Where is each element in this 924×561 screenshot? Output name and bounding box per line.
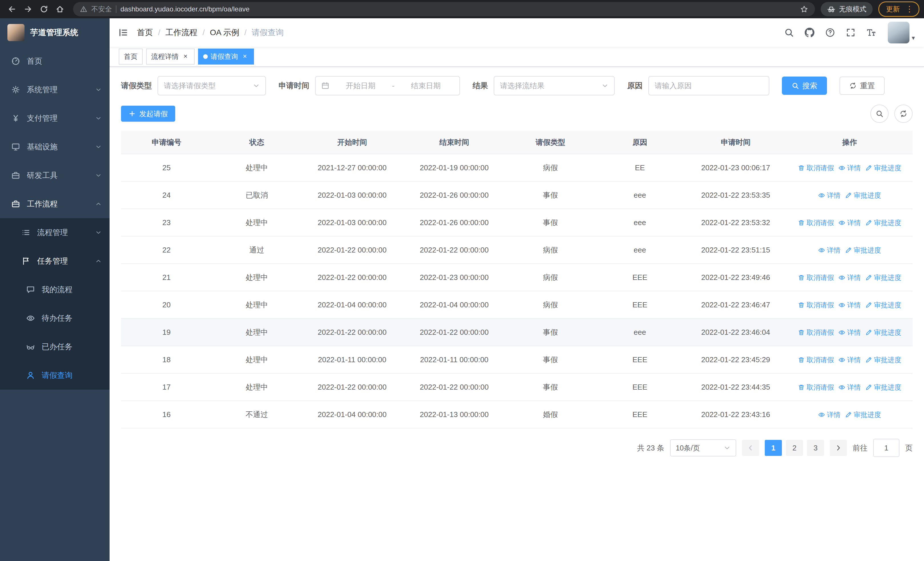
pagination: 共 23 条 10条/页 123 前往 页 (121, 439, 913, 457)
cell-type: 事假 (506, 373, 595, 401)
search-button[interactable]: 搜索 (782, 77, 827, 95)
detail-action-link[interactable]: 详情 (818, 410, 840, 419)
fullscreen-icon[interactable] (841, 21, 860, 44)
toggle-search-icon[interactable] (870, 105, 889, 123)
cell-end: 2022-01-23 00:00:00 (403, 264, 506, 291)
chevron-down-icon (95, 87, 102, 93)
cell-start: 2022-01-03 00:00:00 (302, 209, 403, 236)
result-select[interactable]: 请选择流结果 (494, 76, 615, 95)
briefcase-icon (11, 171, 20, 180)
sidebar-toggle-icon[interactable] (110, 18, 137, 47)
sidebar-item-my-process[interactable]: 我的流程 (0, 275, 110, 304)
cell-end: 2022-01-22 00:00:00 (403, 373, 506, 401)
sidebar-item-system[interactable]: 系统管理 (0, 75, 110, 104)
detail-action-link[interactable]: 详情 (818, 191, 840, 200)
progress-action-link[interactable]: 审批进度 (865, 328, 901, 337)
refresh-icon[interactable] (894, 105, 913, 123)
cell-type: 事假 (506, 181, 595, 209)
sidebar-item-task-mgmt[interactable]: 任务管理 (0, 247, 110, 275)
url-text: dashboard.yudao.iocoder.cn/bpm/oa/leave (120, 5, 796, 13)
page-button-1[interactable]: 1 (765, 440, 782, 456)
goto-page-input[interactable] (873, 439, 900, 457)
leave-type-select[interactable]: 请选择请假类型 (158, 76, 266, 95)
address-bar[interactable]: 不安全 dashboard.yudao.iocoder.cn/bpm/oa/le… (73, 2, 815, 16)
prev-page-button[interactable] (742, 440, 759, 456)
sidebar-item-process-mgmt[interactable]: 流程管理 (0, 218, 110, 247)
cancel-action-link[interactable]: 取消请假 (798, 301, 834, 310)
help-icon[interactable] (820, 21, 840, 44)
cancel-action-link[interactable]: 取消请假 (798, 328, 834, 337)
cancel-action-link[interactable]: 取消请假 (798, 273, 834, 282)
detail-action-link[interactable]: 详情 (838, 163, 861, 173)
cancel-action-link[interactable]: 取消请假 (798, 163, 834, 173)
update-button[interactable]: 更新 ⋮ (878, 2, 920, 17)
back-icon[interactable] (4, 2, 20, 17)
close-icon[interactable]: × (241, 53, 249, 60)
cancel-action-link[interactable]: 取消请假 (798, 355, 834, 364)
sidebar-menu: 首页系统管理支付管理基础设施研发工具工作流程流程管理任务管理我的流程待办任务已办… (0, 47, 110, 390)
sidebar-item-dev-tools[interactable]: 研发工具 (0, 161, 110, 190)
github-icon[interactable] (800, 21, 819, 44)
breadcrumb-item[interactable]: OA 示例 (210, 27, 239, 38)
page-button-2[interactable]: 2 (786, 440, 803, 456)
tag-label: 流程详情 (151, 52, 178, 61)
progress-action-link[interactable]: 审批进度 (845, 246, 881, 255)
detail-action-link[interactable]: 详情 (838, 218, 861, 227)
progress-action-link[interactable]: 审批进度 (865, 301, 901, 310)
home-icon[interactable] (52, 2, 68, 17)
edit-icon (845, 411, 852, 418)
create-leave-button[interactable]: 发起请假 (121, 106, 175, 122)
sidebar-item-infrastructure[interactable]: 基础设施 (0, 132, 110, 161)
app-logo[interactable]: 芋道管理系统 (0, 18, 110, 47)
cell-actions: 取消请假详情审批进度 (787, 291, 913, 319)
font-size-icon[interactable] (861, 21, 881, 44)
bookmark-star-icon[interactable] (800, 5, 808, 13)
close-icon[interactable]: × (182, 53, 189, 60)
cell-id: 19 (121, 319, 212, 346)
progress-action-link[interactable]: 审批进度 (865, 273, 901, 282)
action-label: 审批进度 (874, 218, 901, 227)
detail-action-link[interactable]: 详情 (838, 355, 861, 364)
cancel-action-link[interactable]: 取消请假 (798, 218, 834, 227)
search-icon[interactable] (779, 21, 799, 44)
page-button-3[interactable]: 3 (807, 440, 824, 456)
browser-menu-icon[interactable]: ⋮ (904, 5, 915, 13)
edit-icon (865, 384, 872, 391)
progress-action-link[interactable]: 审批进度 (865, 383, 901, 392)
breadcrumb-item[interactable]: 首页 (137, 27, 153, 38)
sidebar-item-todo-tasks[interactable]: 待办任务 (0, 304, 110, 332)
detail-action-link[interactable]: 详情 (838, 301, 861, 310)
view-tag-0[interactable]: 首页 (119, 48, 142, 65)
reload-icon[interactable] (36, 2, 51, 17)
sidebar-item-done-tasks[interactable]: 已办任务 (0, 332, 110, 361)
progress-action-link[interactable]: 审批进度 (845, 191, 881, 200)
detail-action-link[interactable]: 详情 (838, 328, 861, 337)
sidebar-item-payment[interactable]: 支付管理 (0, 104, 110, 132)
apply-time-range-picker[interactable]: 开始日期 - 结束日期 (315, 76, 460, 95)
progress-action-link[interactable]: 审批进度 (865, 163, 901, 173)
detail-action-link[interactable]: 详情 (838, 273, 861, 282)
sidebar-item-home[interactable]: 首页 (0, 47, 110, 75)
breadcrumb-item: 请假查询 (252, 27, 284, 38)
detail-action-link[interactable]: 详情 (818, 246, 840, 255)
cancel-action-link[interactable]: 取消请假 (798, 383, 834, 392)
progress-action-link[interactable]: 审批进度 (845, 410, 881, 419)
user-avatar[interactable]: ▾ (888, 22, 918, 44)
page-size-select[interactable]: 10条/页 (670, 439, 736, 456)
sidebar-item-leave-query[interactable]: 请假查询 (0, 361, 110, 390)
detail-action-link[interactable]: 详情 (838, 383, 861, 392)
progress-action-link[interactable]: 审批进度 (865, 355, 901, 364)
cell-actions: 详情审批进度 (787, 401, 913, 428)
forward-icon[interactable] (21, 2, 35, 17)
reset-button[interactable]: 重置 (840, 77, 885, 95)
next-page-button[interactable] (830, 440, 847, 456)
sidebar-item-workflow[interactable]: 工作流程 (0, 190, 110, 218)
progress-action-link[interactable]: 审批进度 (865, 218, 901, 227)
sidebar-item-label: 任务管理 (37, 256, 88, 266)
view-tag-2[interactable]: 请假查询× (198, 48, 254, 65)
column-header: 开始时间 (302, 131, 403, 154)
reason-input[interactable] (648, 76, 770, 95)
chevron-up-icon (95, 258, 102, 264)
view-tag-1[interactable]: 流程详情× (146, 48, 195, 65)
breadcrumb-item[interactable]: 工作流程 (165, 27, 198, 38)
